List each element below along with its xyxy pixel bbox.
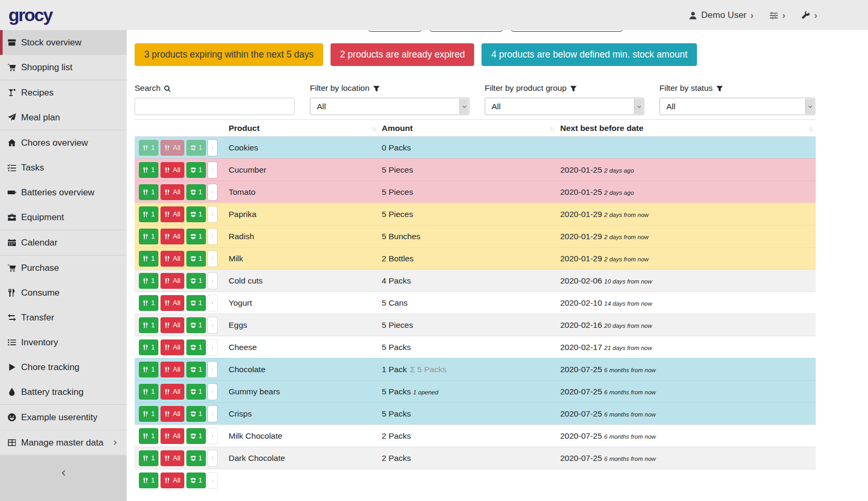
open-one-button[interactable]: 1 <box>186 384 206 400</box>
consume-one-button[interactable]: 1 <box>139 140 158 156</box>
location-select[interactable]: All <box>310 98 469 115</box>
sidebar-item-chores-overview[interactable]: Chores overview <box>0 130 127 155</box>
open-one-button[interactable]: 1 <box>186 206 206 222</box>
sidebar-item-calendar[interactable]: Calendar <box>0 230 127 255</box>
consume-all-button[interactable]: All <box>161 428 184 444</box>
consume-one-button[interactable]: 1 <box>139 317 158 333</box>
consume-one-button[interactable]: 1 <box>139 472 158 488</box>
row-menu-button[interactable] <box>208 206 217 222</box>
consume-one-button[interactable]: 1 <box>139 428 158 444</box>
sidebar-item-batteries-overview[interactable]: Batteries overview <box>0 180 127 205</box>
consume-one-button[interactable]: 1 <box>139 295 158 311</box>
consume-one-button[interactable]: 1 <box>139 450 158 466</box>
status-select[interactable]: All <box>659 98 815 115</box>
row-menu-button[interactable] <box>208 339 217 355</box>
row-menu-button[interactable] <box>208 140 217 156</box>
consume-one-button[interactable]: 1 <box>139 362 158 377</box>
open-one-button[interactable]: 1 <box>186 362 206 377</box>
row-menu-button[interactable] <box>208 450 217 466</box>
row-menu-button[interactable] <box>208 273 217 289</box>
open-one-button[interactable]: 1 <box>186 339 206 355</box>
open-one-button[interactable]: 1 <box>186 450 206 466</box>
consume-all-button[interactable]: All <box>161 406 184 422</box>
sidebar-item-inventory[interactable]: Inventory <box>0 330 127 355</box>
consume-one-button[interactable]: 1 <box>139 251 158 267</box>
row-menu-button[interactable] <box>208 229 217 244</box>
sidebar-item-consume[interactable]: Consume <box>0 280 127 305</box>
consume-one-button[interactable]: 1 <box>139 206 158 222</box>
settings-menu[interactable]: › <box>769 10 785 21</box>
column-amount[interactable]: Amount↑↓ <box>379 120 557 137</box>
consume-one-button[interactable]: 1 <box>139 339 158 355</box>
product-group-select[interactable]: All <box>485 98 644 115</box>
consume-all-button[interactable]: All <box>161 251 184 267</box>
search-input[interactable] <box>135 98 295 115</box>
open-one-button[interactable]: 1 <box>186 140 206 156</box>
consume-all-button[interactable]: All <box>161 273 184 289</box>
sidebar-item-equipment[interactable]: Equipment <box>0 205 127 230</box>
row-menu-button[interactable] <box>208 295 217 311</box>
row-menu-button[interactable] <box>208 384 217 400</box>
consume-all-button[interactable]: All <box>161 206 184 222</box>
sidebar-item-transfer[interactable]: Transfer <box>0 305 127 330</box>
row-menu-button[interactable] <box>208 251 217 267</box>
user-menu[interactable]: Demo User › <box>688 10 753 21</box>
table-row: 1All1Yogurt5 Cans2020-02-1014 days from … <box>135 292 816 314</box>
open-one-button[interactable]: 1 <box>186 184 206 200</box>
row-menu-button[interactable] <box>208 162 217 178</box>
open-one-button[interactable]: 1 <box>186 406 206 422</box>
sidebar-item-manage-master-data[interactable]: Manage master data <box>0 430 127 455</box>
sidebar-item-chore-tracking[interactable]: Chore tracking <box>0 355 127 380</box>
consume-all-button[interactable]: All <box>161 450 184 466</box>
row-menu-button[interactable] <box>208 472 217 488</box>
sidebar-item-stock-overview[interactable]: Stock overview <box>0 30 127 55</box>
consume-one-button[interactable]: 1 <box>139 229 158 244</box>
consume-one-button[interactable]: 1 <box>139 384 158 400</box>
row-menu-button[interactable] <box>208 184 217 200</box>
admin-menu[interactable]: › <box>801 10 817 21</box>
sidebar-item-tasks[interactable]: Tasks <box>0 155 127 180</box>
consume-all-button[interactable]: All <box>161 339 184 355</box>
consume-all-button[interactable]: All <box>161 162 184 178</box>
column-next-best-before-date[interactable]: Next best before date↑↓ <box>557 120 816 137</box>
open-one-button[interactable]: 1 <box>186 162 206 178</box>
open-one-button[interactable]: 1 <box>186 428 206 444</box>
consume-all-button[interactable]: All <box>161 384 184 400</box>
sidebar-item-meal-plan[interactable]: Meal plan <box>0 105 127 130</box>
sidebar-item-recipes[interactable]: Recipes <box>0 80 127 105</box>
sidebar-item-example-userentity[interactable]: Example userentity <box>0 405 127 430</box>
row-menu-button[interactable] <box>208 317 217 333</box>
open-one-button[interactable]: 1 <box>186 229 206 244</box>
consume-all-button[interactable]: All <box>161 229 184 244</box>
sidebar-item-battery-tracking[interactable]: Battery tracking <box>0 380 127 404</box>
open-one-button[interactable]: 1 <box>186 472 206 488</box>
ellipsis-v-icon <box>211 366 214 373</box>
row-menu-button[interactable] <box>208 428 217 444</box>
consume-one-button[interactable]: 1 <box>139 406 158 422</box>
status-banner-2[interactable]: 4 products are below defined min. stock … <box>482 43 697 66</box>
row-menu-button[interactable] <box>208 362 217 377</box>
consume-all-button[interactable]: All <box>161 362 184 377</box>
consume-one-button[interactable]: 1 <box>139 184 158 200</box>
status-banner-1[interactable]: 2 products are already expired <box>331 43 474 66</box>
open-one-button[interactable]: 1 <box>186 317 206 333</box>
sidebar-item-shopping-list[interactable]: Shopping list <box>0 55 127 80</box>
sidebar-collapse-toggle[interactable] <box>0 455 127 501</box>
consume-all-button[interactable]: All <box>161 140 184 156</box>
consume-all-button[interactable]: All <box>161 295 184 311</box>
row-menu-button[interactable] <box>208 406 217 422</box>
open-one-button[interactable]: 1 <box>186 251 206 267</box>
consume-one-button[interactable]: 1 <box>139 162 158 178</box>
consume-all-button[interactable]: All <box>161 317 184 333</box>
cocktail-icon <box>7 88 16 97</box>
open-one-button[interactable]: 1 <box>186 295 206 311</box>
sidebar-item-purchase[interactable]: Purchase <box>0 256 127 280</box>
consume-all-button[interactable]: All <box>161 184 184 200</box>
column-product[interactable]: Product↑↓ <box>225 120 379 137</box>
consume-one-button[interactable]: 1 <box>139 273 158 289</box>
app-logo[interactable]: grocy <box>8 5 52 25</box>
consume-all-button[interactable]: All <box>161 472 184 488</box>
open-one-button[interactable]: 1 <box>186 273 206 289</box>
utensils-icon <box>143 278 149 284</box>
status-banner-0[interactable]: 3 products expiring within the next 5 da… <box>135 43 323 66</box>
